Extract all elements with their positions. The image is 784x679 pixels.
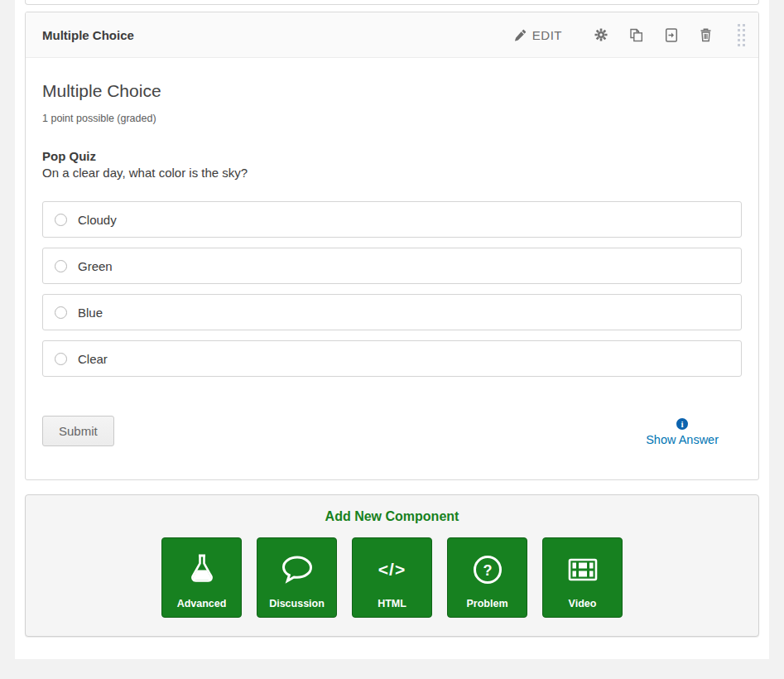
add-html-button[interactable]: </> HTML <box>352 537 432 618</box>
film-icon <box>566 551 599 588</box>
add-button-label: Discussion <box>269 598 325 609</box>
radio-button[interactable] <box>55 306 67 319</box>
option-blue[interactable]: Blue <box>42 294 742 330</box>
option-label: Cloudy <box>78 213 117 227</box>
problem-preview: Multiple Choice 1 point possible (graded… <box>26 58 758 479</box>
add-problem-button[interactable]: ? Problem <box>447 537 527 618</box>
option-label: Blue <box>78 306 103 320</box>
problem-actions: Submit i Show Answer <box>42 416 742 479</box>
question-label: Pop Quiz <box>42 149 742 163</box>
component-header: Multiple Choice EDIT <box>26 12 758 58</box>
add-component-title: Add New Component <box>42 509 742 524</box>
option-clear[interactable]: Clear <box>42 340 742 377</box>
add-video-button[interactable]: Video <box>542 537 623 618</box>
submit-button[interactable]: Submit <box>42 416 114 446</box>
question-text: On a clear day, what color is the sky? <box>42 166 742 180</box>
points-possible: 1 point possible (graded) <box>42 113 742 124</box>
trash-icon <box>700 28 712 42</box>
show-answer-block: i Show Answer <box>646 418 719 446</box>
add-component-buttons: Advanced Discussion </> HTML <box>42 537 742 618</box>
drag-handle[interactable] <box>736 22 747 48</box>
unit-content-area: Multiple Choice EDIT <box>15 0 769 659</box>
delete-button[interactable] <box>700 28 712 42</box>
add-button-label: Advanced <box>177 598 227 609</box>
edit-button[interactable]: EDIT <box>514 28 562 42</box>
component-actions: EDIT <box>514 22 747 48</box>
copy-icon <box>629 28 643 42</box>
add-button-label: Video <box>569 598 597 609</box>
speech-bubble-icon <box>281 551 314 588</box>
move-icon <box>665 28 678 42</box>
svg-text:?: ? <box>483 562 492 579</box>
duplicate-button[interactable] <box>629 28 643 42</box>
previous-component-edge <box>25 0 759 5</box>
add-new-component-panel: Add New Component Advanced <box>25 494 759 637</box>
flask-icon <box>187 551 217 588</box>
add-discussion-button[interactable]: Discussion <box>257 537 337 618</box>
question-circle-icon: ? <box>472 551 503 588</box>
add-button-label: HTML <box>378 598 406 609</box>
option-label: Clear <box>78 352 108 366</box>
gear-icon <box>594 28 608 41</box>
move-button[interactable] <box>665 28 678 42</box>
option-cloudy[interactable]: Cloudy <box>42 201 742 238</box>
settings-button[interactable] <box>594 28 608 41</box>
pencil-icon <box>514 29 527 41</box>
show-answer-link[interactable]: Show Answer <box>646 433 719 446</box>
problem-title: Multiple Choice <box>42 81 742 101</box>
code-icon: </> <box>378 551 406 588</box>
radio-button[interactable] <box>55 353 67 365</box>
add-button-label: Problem <box>466 598 507 609</box>
add-advanced-button[interactable]: Advanced <box>161 537 242 618</box>
option-label: Green <box>78 259 113 273</box>
edit-label: EDIT <box>532 28 562 42</box>
option-green[interactable]: Green <box>42 248 742 284</box>
multiple-choice-component: Multiple Choice EDIT <box>25 12 759 480</box>
component-title: Multiple Choice <box>42 28 134 42</box>
radio-button[interactable] <box>55 260 67 272</box>
info-icon: i <box>676 418 688 430</box>
radio-button[interactable] <box>55 214 67 226</box>
